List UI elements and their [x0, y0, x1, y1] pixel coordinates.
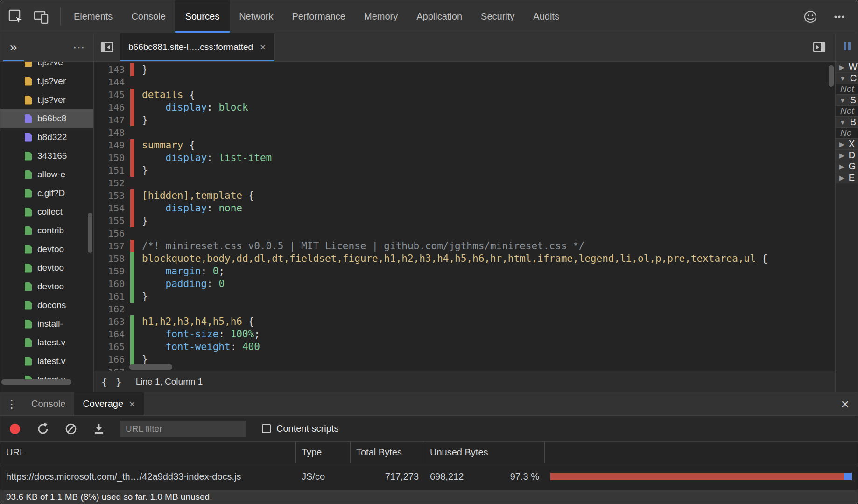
- file-tree-item[interactable]: docons: [0, 296, 93, 315]
- coverage-row[interactable]: https://docs.microsoft.com/_th…/42a9dd33…: [0, 463, 858, 490]
- line-number[interactable]: 149: [94, 139, 130, 152]
- line-number[interactable]: 148: [94, 126, 130, 139]
- file-tree-item[interactable]: b66bc8: [0, 109, 93, 128]
- line-number[interactable]: 155: [94, 215, 130, 227]
- line-number[interactable]: 158: [94, 252, 130, 265]
- feedback-button[interactable]: [800, 6, 821, 28]
- column-header-url[interactable]: URL: [0, 442, 296, 463]
- debugger-section-header[interactable]: ▶G: [836, 161, 858, 172]
- record-coverage-button[interactable]: [8, 422, 22, 436]
- debugger-section-header[interactable]: ▶W: [836, 62, 858, 73]
- file-tree-item[interactable]: allow-e: [0, 165, 93, 184]
- line-number[interactable]: 145: [94, 89, 130, 101]
- content-scripts-checkbox[interactable]: [262, 424, 271, 433]
- column-header-unused-bytes[interactable]: Unused Bytes: [424, 442, 545, 463]
- line-number[interactable]: 146: [94, 101, 130, 114]
- devtools-window: ElementsConsoleSourcesNetworkPerformance…: [0, 0, 858, 504]
- file-tree-item[interactable]: 343165: [0, 147, 93, 165]
- hide-navigator-button[interactable]: [94, 33, 120, 61]
- file-tree-item[interactable]: b8d322: [0, 128, 93, 147]
- file-tree-item[interactable]: t.js?ve: [0, 62, 93, 72]
- code-token: h1,h2,h3,h4,h5,h6: [142, 316, 242, 327]
- line-number[interactable]: 160: [94, 278, 130, 290]
- code-line: 158blockquote,body,dd,dl,dt,fieldset,fig…: [94, 252, 835, 265]
- line-number[interactable]: 166: [94, 353, 130, 366]
- close-icon[interactable]: ×: [260, 42, 266, 53]
- line-number[interactable]: 153: [94, 189, 130, 202]
- line-number[interactable]: 165: [94, 341, 130, 353]
- open-right-panel-button[interactable]: [806, 40, 832, 54]
- export-button[interactable]: [92, 422, 106, 436]
- code-token: ;: [218, 266, 225, 277]
- editor-vertical-scrollbar[interactable]: [829, 65, 834, 87]
- debugger-section-header[interactable]: ▶E: [836, 172, 858, 183]
- navigator-horizontal-scrollbar[interactable]: [1, 379, 71, 385]
- debugger-section-label: B: [850, 117, 856, 127]
- pause-button[interactable]: [841, 40, 853, 54]
- line-number[interactable]: 151: [94, 164, 130, 177]
- line-number[interactable]: 157: [94, 240, 130, 252]
- file-tree-item[interactable]: latest.v: [0, 333, 93, 352]
- column-header-total-bytes[interactable]: Total Bytes: [351, 442, 424, 463]
- file-tree-item[interactable]: install-: [0, 315, 93, 333]
- inspect-element-button[interactable]: [5, 6, 27, 28]
- tab-console[interactable]: Console: [124, 0, 173, 33]
- drawer-menu-button[interactable]: ⋮: [0, 392, 23, 415]
- line-number[interactable]: 164: [94, 328, 130, 341]
- file-tree-item[interactable]: latest.v: [0, 352, 93, 371]
- debugger-section-header[interactable]: ▼B: [836, 117, 858, 128]
- code-text: [134, 126, 142, 139]
- drawer-tab-coverage[interactable]: Coverage×: [74, 392, 144, 415]
- debugger-section-header[interactable]: ▼S: [836, 95, 858, 106]
- line-number[interactable]: 144: [94, 76, 130, 89]
- line-number[interactable]: 162: [94, 303, 130, 315]
- file-tree-item[interactable]: t.js?ver: [0, 72, 93, 91]
- debugger-section-header[interactable]: ▼C: [836, 73, 858, 84]
- main-menu-button[interactable]: [829, 6, 850, 28]
- code-editor[interactable]: 143}144145details {146 display: block147…: [94, 62, 835, 371]
- file-tree-item[interactable]: collect: [0, 203, 93, 221]
- coverage-marker: [130, 265, 134, 278]
- column-header-type[interactable]: Type: [296, 442, 351, 463]
- tab-audits[interactable]: Audits: [526, 0, 567, 33]
- drawer-tab-console[interactable]: Console: [23, 392, 74, 415]
- url-filter-input[interactable]: [120, 421, 246, 437]
- line-number[interactable]: 150: [94, 152, 130, 164]
- device-toolbar-button[interactable]: [30, 6, 52, 28]
- line-number[interactable]: 167: [94, 366, 130, 371]
- editor-horizontal-scrollbar[interactable]: [129, 364, 172, 370]
- file-tree-item[interactable]: devtoo: [0, 259, 93, 277]
- navigator-vertical-scrollbar[interactable]: [88, 213, 92, 253]
- pretty-print-button[interactable]: { }: [101, 376, 123, 388]
- line-number[interactable]: 143: [94, 63, 130, 76]
- file-tree-item[interactable]: devtoo: [0, 277, 93, 296]
- file-tree-item[interactable]: devtoo: [0, 240, 93, 259]
- editor-status-bar: { } Line 1, Column 1: [94, 371, 835, 392]
- navigator-active-tab[interactable]: »: [3, 33, 24, 61]
- line-number[interactable]: 154: [94, 202, 130, 215]
- navigator-overflow-menu-button[interactable]: ⋯: [67, 33, 91, 61]
- file-tree-item[interactable]: c.gif?D: [0, 184, 93, 203]
- tab-memory[interactable]: Memory: [357, 0, 405, 33]
- drawer-close-button[interactable]: ×: [841, 392, 858, 415]
- reload-button[interactable]: [36, 422, 50, 436]
- line-number[interactable]: 163: [94, 315, 130, 328]
- line-number[interactable]: 156: [94, 227, 130, 240]
- debugger-section-header[interactable]: ▶X: [836, 139, 858, 150]
- file-tree-item[interactable]: t.js?ver: [0, 91, 93, 109]
- tab-elements[interactable]: Elements: [66, 0, 120, 33]
- file-tab[interactable]: b66bc881.site-l….css:formatted ×: [120, 33, 275, 61]
- line-number[interactable]: 161: [94, 290, 130, 303]
- tab-sources[interactable]: Sources: [175, 0, 230, 33]
- tab-performance[interactable]: Performance: [285, 0, 353, 33]
- file-tree-item[interactable]: contrib: [0, 221, 93, 240]
- line-number[interactable]: 152: [94, 177, 130, 189]
- tab-network[interactable]: Network: [232, 0, 281, 33]
- tab-application[interactable]: Application: [409, 0, 470, 33]
- line-number[interactable]: 147: [94, 114, 130, 126]
- tab-security[interactable]: Security: [473, 0, 522, 33]
- clear-button[interactable]: [64, 422, 78, 436]
- line-number[interactable]: 159: [94, 265, 130, 278]
- debugger-section-header[interactable]: ▶D: [836, 150, 858, 161]
- close-icon[interactable]: ×: [129, 399, 135, 410]
